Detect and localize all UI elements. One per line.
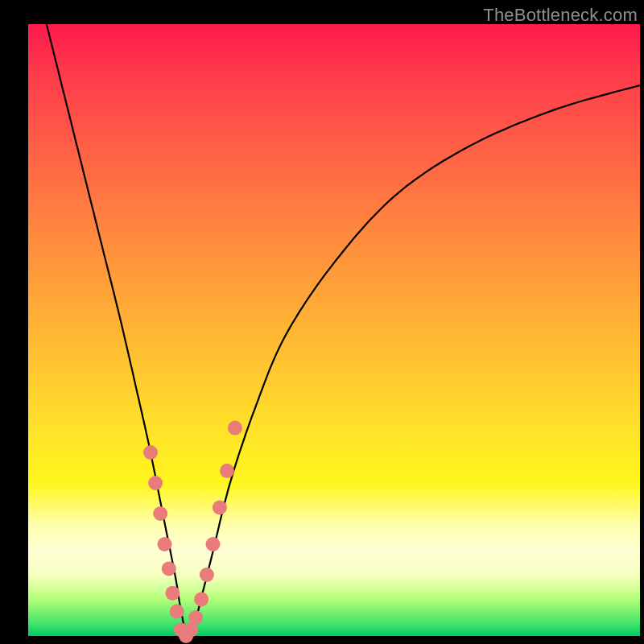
sample-dot [220,464,234,478]
sample-dot [158,537,172,551]
sample-dot [188,610,203,625]
watermark-text: TheBottleneck.com [483,5,638,26]
sample-dots [143,421,242,643]
sample-dot [200,568,214,582]
curve-svg [28,24,640,636]
sample-dot [153,506,167,521]
sample-dot [170,605,184,619]
plot-area [28,24,640,636]
sample-dot [148,476,163,490]
sample-dot [165,586,180,601]
sample-dot [228,421,242,436]
sample-dot [194,592,208,606]
sample-dot [206,537,221,551]
chart-frame: TheBottleneck.com [0,0,644,644]
bottleneck-curve [47,24,640,637]
sample-dot [213,500,227,514]
sample-dot [143,445,158,460]
sample-dot [162,561,176,576]
